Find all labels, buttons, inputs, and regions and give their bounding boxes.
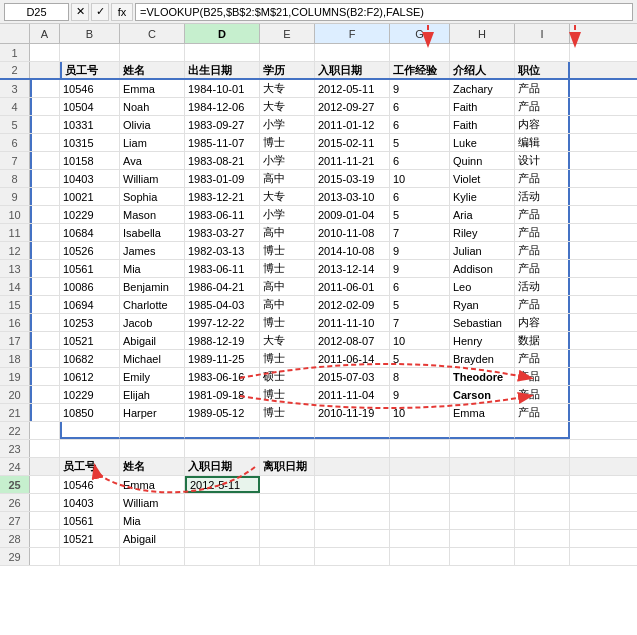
cell-a20[interactable] — [30, 386, 60, 403]
cell-c12[interactable]: James — [120, 242, 185, 259]
cell-e3[interactable]: 大专 — [260, 80, 315, 97]
cell-d26[interactable] — [185, 494, 260, 511]
cell-b23[interactable] — [60, 440, 120, 457]
confirm-button[interactable]: ✓ — [91, 3, 109, 21]
cell-a25[interactable] — [30, 476, 60, 493]
cell-f1[interactable] — [315, 44, 390, 61]
col-header-d[interactable]: D — [185, 24, 260, 43]
cell-h3[interactable]: Zachary — [450, 80, 515, 97]
cell-e5[interactable]: 小学 — [260, 116, 315, 133]
cell-a9[interactable] — [30, 188, 60, 205]
cell-d22[interactable] — [185, 422, 260, 439]
cell-d5[interactable]: 1983-09-27 — [185, 116, 260, 133]
cell-a11[interactable] — [30, 224, 60, 241]
cell-h18[interactable]: Brayden — [450, 350, 515, 367]
cell-i24[interactable] — [515, 458, 570, 475]
cell-a3[interactable] — [30, 80, 60, 97]
cell-e4[interactable]: 大专 — [260, 98, 315, 115]
cell-i2[interactable]: 职位 — [515, 62, 570, 78]
cell-b26[interactable]: 10403 — [60, 494, 120, 511]
cell-a6[interactable] — [30, 134, 60, 151]
cell-a12[interactable] — [30, 242, 60, 259]
cell-g17[interactable]: 10 — [390, 332, 450, 349]
cell-f15[interactable]: 2012-02-09 — [315, 296, 390, 313]
cell-g5[interactable]: 6 — [390, 116, 450, 133]
cell-g3[interactable]: 9 — [390, 80, 450, 97]
col-header-i[interactable]: I — [515, 24, 570, 43]
cell-f24[interactable] — [315, 458, 390, 475]
cell-f17[interactable]: 2012-08-07 — [315, 332, 390, 349]
cell-c7[interactable]: Ava — [120, 152, 185, 169]
cell-b11[interactable]: 10684 — [60, 224, 120, 241]
cell-d15[interactable]: 1985-04-03 — [185, 296, 260, 313]
cell-g29[interactable] — [390, 548, 450, 565]
cell-d2[interactable]: 出生日期 — [185, 62, 260, 78]
cell-h6[interactable]: Luke — [450, 134, 515, 151]
col-header-a[interactable]: A — [30, 24, 60, 43]
cell-f27[interactable] — [315, 512, 390, 529]
cell-a2[interactable] — [30, 62, 60, 78]
cell-d24[interactable]: 入职日期 — [185, 458, 260, 475]
cell-a14[interactable] — [30, 278, 60, 295]
cell-a27[interactable] — [30, 512, 60, 529]
cell-i19[interactable]: 产品 — [515, 368, 570, 385]
cell-i11[interactable]: 产品 — [515, 224, 570, 241]
cell-c11[interactable]: Isabella — [120, 224, 185, 241]
cell-h23[interactable] — [450, 440, 515, 457]
cell-b27[interactable]: 10561 — [60, 512, 120, 529]
cell-d11[interactable]: 1983-03-27 — [185, 224, 260, 241]
cell-d4[interactable]: 1984-12-06 — [185, 98, 260, 115]
cell-d23[interactable] — [185, 440, 260, 457]
cell-e29[interactable] — [260, 548, 315, 565]
cell-a23[interactable] — [30, 440, 60, 457]
cell-d19[interactable]: 1983-06-16 — [185, 368, 260, 385]
cell-e14[interactable]: 高中 — [260, 278, 315, 295]
cell-h24[interactable] — [450, 458, 515, 475]
cell-g22[interactable] — [390, 422, 450, 439]
cell-h19[interactable]: Theodore — [450, 368, 515, 385]
cell-e19[interactable]: 硕士 — [260, 368, 315, 385]
cell-h9[interactable]: Kylie — [450, 188, 515, 205]
cell-c5[interactable]: Olivia — [120, 116, 185, 133]
cell-f4[interactable]: 2012-09-27 — [315, 98, 390, 115]
cell-d27[interactable] — [185, 512, 260, 529]
cell-d21[interactable]: 1989-05-12 — [185, 404, 260, 421]
cell-h22[interactable] — [450, 422, 515, 439]
cell-h12[interactable]: Julian — [450, 242, 515, 259]
cell-h5[interactable]: Faith — [450, 116, 515, 133]
cell-g1[interactable] — [390, 44, 450, 61]
cell-a15[interactable] — [30, 296, 60, 313]
cell-i1[interactable] — [515, 44, 570, 61]
cell-d14[interactable]: 1986-04-21 — [185, 278, 260, 295]
cell-d8[interactable]: 1983-01-09 — [185, 170, 260, 187]
cell-h27[interactable] — [450, 512, 515, 529]
cell-g8[interactable]: 10 — [390, 170, 450, 187]
cell-g25[interactable] — [390, 476, 450, 493]
cell-f12[interactable]: 2014-10-08 — [315, 242, 390, 259]
cell-g19[interactable]: 8 — [390, 368, 450, 385]
cell-b6[interactable]: 10315 — [60, 134, 120, 151]
cell-g28[interactable] — [390, 530, 450, 547]
cell-g12[interactable]: 9 — [390, 242, 450, 259]
cell-h8[interactable]: Violet — [450, 170, 515, 187]
cell-h28[interactable] — [450, 530, 515, 547]
cell-f18[interactable]: 2011-06-14 — [315, 350, 390, 367]
cell-g23[interactable] — [390, 440, 450, 457]
cell-i23[interactable] — [515, 440, 570, 457]
cell-b15[interactable]: 10694 — [60, 296, 120, 313]
cell-a8[interactable] — [30, 170, 60, 187]
cell-e17[interactable]: 大专 — [260, 332, 315, 349]
cell-c18[interactable]: Michael — [120, 350, 185, 367]
cell-f7[interactable]: 2011-11-21 — [315, 152, 390, 169]
cell-c8[interactable]: William — [120, 170, 185, 187]
name-box[interactable]: D25 — [4, 3, 69, 21]
cell-f25[interactable] — [315, 476, 390, 493]
cell-b25[interactable]: 10546 — [60, 476, 120, 493]
cell-b4[interactable]: 10504 — [60, 98, 120, 115]
cell-c23[interactable] — [120, 440, 185, 457]
cell-e16[interactable]: 博士 — [260, 314, 315, 331]
col-header-h[interactable]: H — [450, 24, 515, 43]
cell-c24[interactable]: 姓名 — [120, 458, 185, 475]
cell-b7[interactable]: 10158 — [60, 152, 120, 169]
cell-c25[interactable]: Emma — [120, 476, 185, 493]
